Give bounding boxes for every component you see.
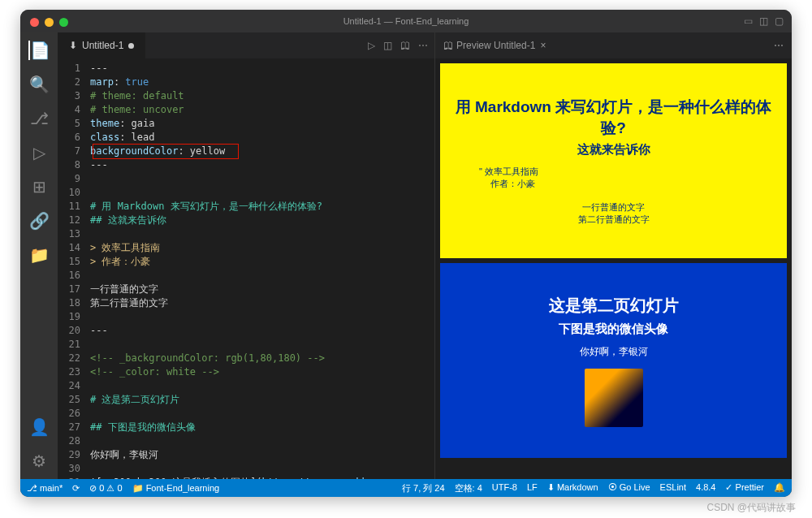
slide1-subtitle: 这就来告诉你 — [577, 142, 650, 158]
activity-bar: 📄 🔍 ⎇ ▷ ⊞ 🔗 📁 👤 ⚙ — [20, 32, 58, 479]
preview-icon[interactable]: 🕮 — [400, 40, 410, 51]
slide1-body: 一行普通的文字 第二行普通的文字 — [578, 201, 650, 226]
run-icon[interactable]: ▷ — [368, 40, 375, 51]
maximize-window[interactable] — [59, 18, 68, 27]
editor-tabs: ⬇ Untitled-1 ▷ ◫ 🕮 ⋯ — [58, 32, 434, 58]
encoding[interactable]: UTF-8 — [492, 482, 517, 494]
layout-icon[interactable]: ◫ — [759, 10, 768, 32]
status-bar: ⎇ main* ⟳ ⊘ 0 ⚠ 0 📁 Font-End_learning 行 … — [20, 479, 792, 497]
slide-1: 用 Markdown 来写幻灯片，是一种什么样的体验? 这就来告诉你 " 效率工… — [440, 63, 787, 258]
folder-icon[interactable]: 📁 — [29, 245, 49, 265]
indentation[interactable]: 空格: 4 — [455, 482, 482, 494]
go-live[interactable]: ⦿ Go Live — [608, 482, 650, 494]
eol[interactable]: LF — [527, 482, 538, 494]
git-branch[interactable]: ⎇ main* — [27, 483, 63, 494]
prettier[interactable]: ✓ Prettier — [725, 482, 764, 494]
vscode-window: Untitled-1 — Font-End_learning ▭ ◫ ▢ 📄 🔍… — [20, 10, 792, 497]
slide-2: 这是第二页幻灯片 下图是我的微信头像 你好啊，李银河 — [440, 263, 787, 458]
slide1-quote: " 效率工具指南 作者：小豪 — [479, 166, 538, 190]
tab-label: Untitled-1 — [82, 40, 123, 51]
extensions-icon[interactable]: ⊞ — [29, 177, 49, 196]
preview-body: 用 Markdown 来写幻灯片，是一种什么样的体验? 这就来告诉你 " 效率工… — [435, 58, 792, 479]
slide2-subtitle: 下图是我的微信头像 — [559, 322, 668, 337]
account-icon[interactable]: 👤 — [29, 417, 49, 437]
editor-tab[interactable]: ⬇ Untitled-1 — [58, 32, 146, 58]
cursor-position[interactable]: 行 7, 列 24 — [402, 482, 445, 494]
minimize-window[interactable] — [45, 18, 54, 27]
main-area: 📄 🔍 ⎇ ▷ ⊞ 🔗 📁 👤 ⚙ ⬇ Untitled-1 ▷ — [20, 32, 792, 479]
editor-group: ⬇ Untitled-1 ▷ ◫ 🕮 ⋯ 1234567891011121314… — [58, 32, 434, 479]
search-icon[interactable]: 🔍 — [29, 75, 49, 94]
editor-body[interactable]: 1234567891011121314151617181920212223242… — [58, 58, 434, 479]
dirty-indicator — [128, 43, 134, 49]
split-icon[interactable]: ◫ — [383, 40, 392, 51]
layout-icon[interactable]: ▭ — [744, 10, 753, 32]
watermark: CSDN @代码讲故事 — [706, 501, 796, 515]
folder-indicator[interactable]: 📁 Font-End_learning — [132, 483, 220, 494]
layout-icon[interactable]: ▢ — [775, 10, 784, 32]
close-icon[interactable]: × — [540, 40, 546, 51]
bell-icon[interactable]: 🔔 — [774, 482, 785, 494]
window-title: Untitled-1 — Font-End_learning — [343, 16, 469, 26]
source-control-icon[interactable]: ⎇ — [29, 109, 49, 128]
explorer-icon[interactable]: 📄 — [28, 41, 48, 60]
titlebar: Untitled-1 — Font-End_learning ▭ ◫ ▢ — [20, 10, 792, 32]
slide1-title: 用 Markdown 来写幻灯片，是一种什么样的体验? — [455, 97, 772, 139]
avatar-image — [585, 369, 643, 427]
traffic-lights — [30, 18, 68, 27]
gear-icon[interactable]: ⚙ — [29, 451, 49, 471]
line-gutter: 1234567891011121314151617181920212223242… — [58, 58, 90, 479]
link-icon[interactable]: 🔗 — [29, 211, 49, 231]
slide2-text: 你好啊，李银河 — [580, 345, 648, 359]
code-content[interactable]: ---marp: true# theme: default# theme: un… — [90, 58, 402, 479]
sync-icon[interactable]: ⟳ — [72, 483, 80, 494]
preview-tab-label: Preview Untitled-1 — [456, 40, 535, 51]
preview-icon: 🕮 — [443, 40, 453, 51]
close-window[interactable] — [30, 18, 39, 27]
version[interactable]: 4.8.4 — [696, 482, 715, 494]
title-actions: ▭ ◫ ▢ — [744, 10, 784, 32]
more-icon[interactable]: ⋯ — [418, 40, 428, 51]
language-mode[interactable]: ⬇ Markdown — [547, 482, 598, 494]
problems[interactable]: ⊘ 0 ⚠ 0 — [89, 483, 122, 494]
preview-pane: 🕮 Preview Untitled-1 × ⋯ 用 Markdown 来写幻灯… — [434, 32, 792, 479]
slide2-title: 这是第二页幻灯片 — [549, 295, 679, 317]
run-debug-icon[interactable]: ▷ — [29, 143, 49, 162]
minimap[interactable] — [402, 58, 434, 479]
markdown-icon: ⬇ — [69, 40, 77, 51]
eslint[interactable]: ESLint — [660, 482, 686, 494]
preview-tab[interactable]: 🕮 Preview Untitled-1 × ⋯ — [435, 32, 792, 58]
more-icon[interactable]: ⋯ — [774, 40, 784, 51]
